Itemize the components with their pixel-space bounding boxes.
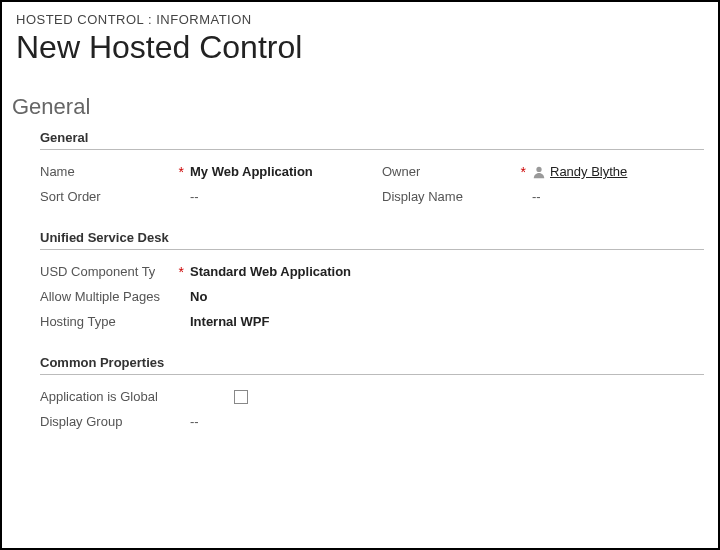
section-common: Common Properties Application is Global … [40,355,704,429]
required-marker: * [179,264,184,280]
field-sort-order[interactable]: -- [190,189,362,204]
field-display-group[interactable]: -- [190,414,704,429]
owner-name[interactable]: Randy Blythe [550,164,627,179]
label-allow-multiple: Allow Multiple Pages [40,289,160,304]
section-header-general: General [40,130,704,150]
required-marker: * [179,164,184,180]
section-usd: Unified Service Desk USD Component Ty * … [40,230,704,329]
tab-general[interactable]: General [12,94,704,120]
field-owner[interactable]: Randy Blythe [532,164,704,179]
field-allow-multiple[interactable]: No [190,289,704,304]
field-display-name[interactable]: -- [532,189,704,204]
label-owner: Owner [382,164,420,179]
svg-point-0 [536,166,541,171]
field-name[interactable]: My Web Application [190,164,362,179]
label-component-type: USD Component Ty [40,264,155,279]
label-sort-order: Sort Order [40,189,101,204]
required-marker: * [521,164,526,180]
page-title: New Hosted Control [16,29,704,66]
label-name: Name [40,164,75,179]
section-header-usd: Unified Service Desk [40,230,704,250]
section-header-common: Common Properties [40,355,704,375]
field-component-type[interactable]: Standard Web Application [190,264,704,279]
checkbox-app-global[interactable] [234,390,248,404]
field-hosting-type[interactable]: Internal WPF [190,314,704,329]
section-general: General Name * My Web Application Owner … [40,130,704,204]
breadcrumb: HOSTED CONTROL : INFORMATION [16,12,704,27]
label-display-group: Display Group [40,414,122,429]
form-frame: HOSTED CONTROL : INFORMATION New Hosted … [0,0,720,550]
label-app-global: Application is Global [40,389,158,404]
label-display-name: Display Name [382,189,463,204]
label-hosting-type: Hosting Type [40,314,116,329]
person-icon [532,165,546,179]
